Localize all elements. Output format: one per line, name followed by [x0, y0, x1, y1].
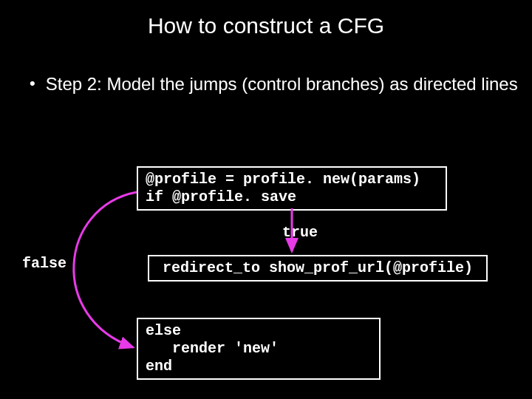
bullet-dot: •	[30, 72, 35, 96]
label-false: false	[22, 255, 66, 272]
code-block-3: else render 'new' end	[137, 318, 381, 380]
code-block-2: redirect_to show_prof_url(@profile)	[148, 255, 488, 282]
bullet-text: Step 2: Model the jumps (control branche…	[46, 72, 518, 96]
bullet-step: • Step 2: Model the jumps (control branc…	[30, 72, 518, 96]
label-true: true	[282, 224, 318, 241]
code-block-1: @profile = profile. new(params) if @prof…	[137, 166, 447, 211]
slide-title: How to construct a CFG	[0, 0, 532, 38]
arrow-false	[74, 192, 137, 347]
